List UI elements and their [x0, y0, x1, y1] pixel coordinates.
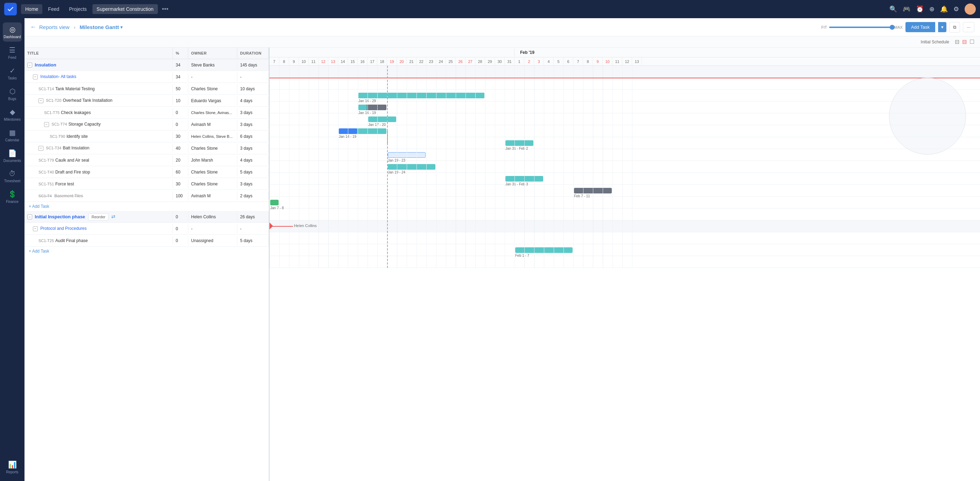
more-options-button[interactable]: ···: [963, 22, 974, 32]
gantt-day: 20: [397, 57, 407, 65]
sidebar-item-feed[interactable]: ☰ Feed: [3, 43, 22, 62]
row-pct: 30: [173, 132, 188, 141]
breadcrumb-link[interactable]: Reports view: [39, 24, 70, 30]
sidebar-label-reports: Reports: [6, 470, 18, 474]
task-id: SC1-T79: [38, 158, 54, 162]
gantt-day: 31: [505, 57, 514, 65]
collapse-button[interactable]: −: [33, 226, 38, 231]
gantt-bar-label: Jan 19 - 23: [388, 159, 405, 162]
sidebar-item-documents[interactable]: 📄 Documents: [3, 146, 22, 165]
gantt-row: [269, 66, 980, 78]
gantt-day: 13: [632, 57, 642, 65]
clock-icon[interactable]: ⏰: [916, 5, 924, 13]
sidebar-item-finance[interactable]: 💲 Finance: [3, 187, 22, 206]
sidebar-item-bugs[interactable]: ⬡ Bugs: [3, 84, 22, 103]
add-task-dropdown-button[interactable]: ▾: [938, 22, 947, 32]
gantt-section[interactable]: Feb '19 78910111213141516171819202122232…: [269, 48, 980, 481]
gantt-day: 7: [573, 57, 583, 65]
add-task-button[interactable]: Add Task: [905, 22, 935, 32]
zoom-slider[interactable]: [829, 27, 892, 28]
row-pct: 30: [173, 179, 188, 189]
gantt-day: 9: [593, 57, 603, 65]
sidebar-label-milestones: Milestones: [4, 117, 21, 121]
collapse-button[interactable]: −: [44, 122, 49, 127]
user-avatar[interactable]: [965, 3, 976, 15]
gantt-day: 12: [318, 57, 328, 65]
plus-icon[interactable]: ⊕: [929, 5, 934, 13]
milestone-arrow: [272, 226, 293, 227]
add-task-link-1[interactable]: + Add Task: [24, 202, 269, 211]
collapse-button[interactable]: −: [38, 98, 43, 103]
table-row: SC1-T90Identify site 30 Helen Collins, S…: [24, 130, 269, 142]
gantt-day: 12: [622, 57, 632, 65]
table-row: SC1-T25Audit Final phase 0 Unassigned 5 …: [24, 235, 269, 247]
sidebar-item-calendar[interactable]: ▦ Calendar: [3, 125, 22, 145]
row-title: SC1-T14Tank Material Testing: [24, 84, 173, 94]
sidebar-item-reports[interactable]: 📊 Reports: [3, 457, 22, 477]
sync-icon[interactable]: ⇄: [111, 214, 116, 219]
row-pct: 40: [173, 144, 188, 153]
view-type-selector[interactable]: Milestone Gantt ▾: [80, 24, 123, 30]
row-duration: 3 days: [237, 120, 269, 129]
collapse-button[interactable]: −: [33, 75, 38, 79]
gantt-day: 19: [387, 57, 397, 65]
back-button[interactable]: ←: [30, 24, 37, 31]
add-task-link-2[interactable]: + Add Task: [24, 247, 269, 256]
task-id: SC1-T25: [38, 238, 54, 243]
timesheet-icon: ⏱: [9, 170, 16, 178]
sidebar-item-milestones[interactable]: ◆ Milestones: [3, 105, 22, 124]
row-title: SC1-T25Audit Final phase: [24, 236, 173, 245]
sidebar-label-documents: Documents: [3, 159, 21, 163]
schedule-icon-1[interactable]: ⊟: [955, 38, 959, 45]
gantt-row: [269, 256, 980, 268]
gantt-day: 3: [534, 57, 544, 65]
nav-projects[interactable]: Projects: [65, 4, 91, 14]
col-duration: DURATION: [237, 48, 269, 59]
table-row: SC1-T75Check leakages 0 Charles Stone, A…: [24, 107, 269, 119]
nav-feed[interactable]: Feed: [44, 4, 64, 14]
nav-home[interactable]: Home: [21, 4, 42, 14]
gantt-bar: [515, 247, 573, 253]
nav-project-name[interactable]: Supermarket Construction: [92, 4, 158, 14]
row-duration: 4 days: [237, 156, 269, 165]
nav-more-dots[interactable]: •••: [159, 6, 172, 13]
sidebar-item-dashboard[interactable]: ◎ Dashboard: [3, 22, 22, 41]
row-title: − Insulation- All tasks: [24, 72, 173, 81]
task-name-strikethrough: Basement Tiles: [54, 194, 83, 198]
dashboard-icon: ◎: [10, 25, 15, 33]
filter-button[interactable]: ⧉: [949, 22, 960, 33]
sidebar-item-timesheet[interactable]: ⏱ Timesheet: [3, 167, 22, 186]
task-id: SC1-T40: [38, 170, 54, 174]
gantt-day: 11: [612, 57, 622, 65]
gantt-day: 8: [583, 57, 593, 65]
settings-icon[interactable]: ⚙: [953, 5, 959, 13]
reorder-button[interactable]: Reorder: [88, 213, 108, 221]
row-owner: Avinash M: [188, 120, 237, 129]
gantt-month-feb: Feb '19: [517, 49, 537, 56]
schedule-icon-3[interactable]: ☐: [969, 38, 974, 45]
top-navigation: Home Feed Projects Supermarket Construct…: [0, 0, 980, 18]
collapse-button[interactable]: −: [38, 146, 43, 151]
sidebar-item-tasks[interactable]: ✓ Tasks: [3, 63, 22, 83]
add-task-row: + Add Task: [24, 202, 269, 211]
sidebar: ◎ Dashboard ☰ Feed ✓ Tasks ⬡ Bugs ◆ Mile…: [0, 18, 24, 481]
gantt-day: 14: [338, 57, 348, 65]
row-duration: 3 days: [237, 108, 269, 117]
row-owner: Charles Stone: [188, 84, 237, 94]
row-title: SC1-T90Identify site: [24, 132, 173, 141]
gamepad-icon[interactable]: 🎮: [903, 5, 910, 13]
schedule-icon-2[interactable]: ⊟: [962, 38, 967, 45]
sidebar-label-bugs: Bugs: [8, 97, 16, 101]
finance-icon: 💲: [8, 190, 17, 198]
row-owner: Helen Collins, Steve B...: [188, 132, 237, 141]
col-owner: OWNER: [188, 48, 237, 59]
task-id: SC1-T20: [46, 98, 61, 103]
table-row: − Protocol and Procedures 0 - -: [24, 223, 269, 235]
bell-icon[interactable]: 🔔: [940, 5, 948, 13]
gantt-day: 1: [514, 57, 524, 65]
search-icon[interactable]: 🔍: [889, 5, 897, 13]
collapse-button[interactable]: −: [27, 63, 32, 68]
toolbar: ← Reports view › Milestone Gantt ▾ FIT M…: [24, 18, 980, 37]
zoom-slider-thumb[interactable]: [890, 25, 895, 30]
collapse-button[interactable]: −: [27, 214, 32, 219]
